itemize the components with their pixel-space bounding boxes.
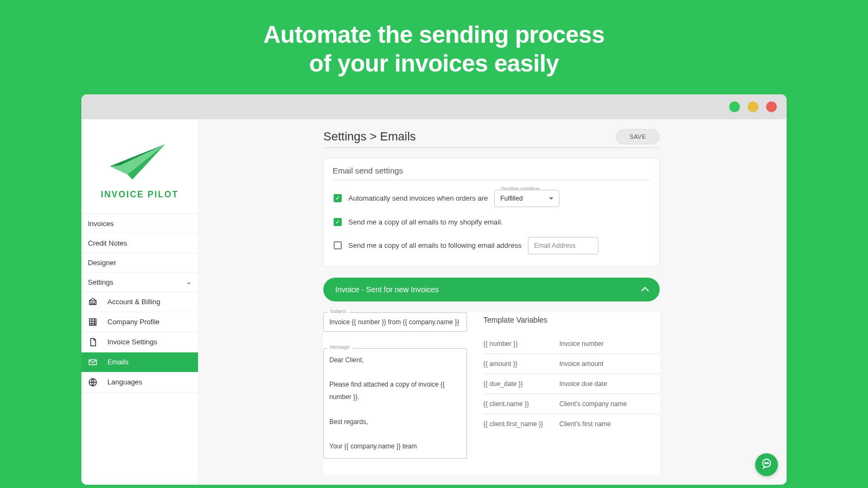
copy-shopify-checkbox[interactable] xyxy=(334,218,342,226)
subject-field: Subject xyxy=(323,312,467,332)
traffic-light-yellow[interactable] xyxy=(748,101,758,112)
tv-row: {{ client.first_name }} Client's first n… xyxy=(483,414,660,434)
nav-credit-notes[interactable]: Credit Notes xyxy=(81,234,198,253)
main: Settings > Emails SAVE Email send settin… xyxy=(199,119,787,485)
nav-sub-emails-label: Emails xyxy=(107,358,129,366)
tv-key: {{ amount }} xyxy=(483,360,559,368)
tv-row: {{ number }} Invoice number xyxy=(483,334,660,354)
accordion-body: Subject Message Dear Client, Please find… xyxy=(323,312,660,475)
traffic-light-red[interactable] xyxy=(766,101,777,112)
chevron-up-icon xyxy=(641,287,649,294)
nav-designer[interactable]: Designer xyxy=(81,253,198,273)
tv-val: Invoice due date xyxy=(559,380,607,388)
tv-val: Invoice number xyxy=(559,340,604,348)
tv-key: {{ number }} xyxy=(483,340,559,348)
app-shell: INVOICE PILOT Invoices Credit Notes Desi… xyxy=(81,119,787,485)
nav-settings[interactable]: Settings ⌄ xyxy=(81,273,198,292)
copy-shopify-row: Send me a copy of all emails to my shopi… xyxy=(334,218,649,226)
mail-icon xyxy=(88,357,98,367)
subject-float-label: Subject xyxy=(328,309,348,314)
file-icon xyxy=(88,337,98,347)
grid-icon xyxy=(88,317,98,327)
hero-line2: of your invoices easily xyxy=(0,49,868,78)
brand-block: INVOICE PILOT xyxy=(81,119,198,214)
condition-select[interactable]: Fulfilled xyxy=(494,190,559,207)
logo-icon xyxy=(105,133,175,184)
globe-icon xyxy=(88,377,98,387)
condition-field: Sending condition Fulfilled xyxy=(494,190,559,207)
nav-sub-languages-label: Languages xyxy=(107,378,142,386)
nav: Invoices Credit Notes Designer Settings … xyxy=(81,214,198,393)
auto-send-checkbox[interactable] xyxy=(334,194,342,202)
accordion-title: Invoice - Sent for new Invoices xyxy=(335,285,439,294)
chevron-down-icon: ⌄ xyxy=(186,278,192,286)
chat-fab[interactable] xyxy=(755,453,778,476)
auto-send-label: Automatically send invoices when orders … xyxy=(348,194,488,202)
message-textarea[interactable]: Dear Client, Please find attached a copy… xyxy=(323,348,467,459)
accordion-invoice-sent[interactable]: Invoice - Sent for new Invoices xyxy=(323,278,660,301)
auto-send-row: Automatically send invoices when orders … xyxy=(334,190,649,207)
tv-title: Template Variables xyxy=(483,316,660,324)
copy-email-label: Send me a copy of all emails to followin… xyxy=(348,241,521,249)
card-title: Email send settings xyxy=(333,166,650,180)
svg-point-8 xyxy=(764,463,765,464)
subject-input[interactable] xyxy=(323,312,467,332)
nav-sub-company-label: Company Profile xyxy=(107,318,159,326)
nav-sub-invoice-settings[interactable]: Invoice Settings xyxy=(81,332,198,352)
nav-sub-company[interactable]: Company Profile xyxy=(81,312,198,332)
svg-point-10 xyxy=(768,463,769,464)
copy-email-row: Send me a copy of all emails to followin… xyxy=(334,237,649,254)
copy-email-input[interactable]: Email Address xyxy=(528,237,598,254)
tv-val: Client's first name xyxy=(559,420,611,428)
nav-sub-languages[interactable]: Languages xyxy=(81,373,198,393)
page-head: Settings > Emails SAVE xyxy=(323,129,660,148)
chat-icon xyxy=(761,458,773,472)
copy-shopify-label: Send me a copy of all emails to my shopi… xyxy=(348,218,503,226)
tv-row: {{ due_date }} Invoice due date xyxy=(483,374,660,394)
tv-row: {{ client.name }} Client's company name xyxy=(483,394,660,414)
sidebar: INVOICE PILOT Invoices Credit Notes Desi… xyxy=(81,119,199,485)
tv-key: {{ due_date }} xyxy=(483,380,559,388)
template-variables: Template Variables {{ number }} Invoice … xyxy=(483,312,660,475)
tv-key: {{ client.name }} xyxy=(483,400,559,408)
svg-point-9 xyxy=(766,463,767,464)
breadcrumb: Settings > Emails xyxy=(323,130,416,144)
nav-settings-label: Settings xyxy=(88,278,113,286)
hero-headline: Automate the sending process of your inv… xyxy=(0,0,868,94)
tv-row: {{ amount }} Invoice amount xyxy=(483,354,660,374)
message-float-label: Message xyxy=(328,344,352,350)
save-button[interactable]: SAVE xyxy=(616,129,660,144)
window-titlebar xyxy=(81,94,787,119)
tv-val: Invoice amount xyxy=(559,360,603,368)
nav-sub-emails[interactable]: Emails xyxy=(81,352,198,373)
hero-line1: Automate the sending process xyxy=(0,21,868,49)
copy-email-checkbox[interactable] xyxy=(334,241,342,249)
message-field: Message Dear Client, Please find attache… xyxy=(323,348,467,459)
nav-sub-account[interactable]: Account & Billing xyxy=(81,292,198,312)
tv-key: {{ client.first_name }} xyxy=(483,420,559,428)
bank-icon xyxy=(88,297,98,307)
brand-name: INVOICE PILOT xyxy=(101,190,178,200)
svg-rect-4 xyxy=(90,319,96,325)
nav-sub-invoice-settings-label: Invoice Settings xyxy=(107,338,157,346)
nav-invoices[interactable]: Invoices xyxy=(81,214,198,234)
browser-window: INVOICE PILOT Invoices Credit Notes Desi… xyxy=(81,94,787,485)
traffic-light-green[interactable] xyxy=(729,101,740,112)
email-send-settings-card: Email send settings Automatically send i… xyxy=(323,158,660,267)
tv-val: Client's company name xyxy=(559,400,627,408)
nav-sub-account-label: Account & Billing xyxy=(107,298,161,306)
